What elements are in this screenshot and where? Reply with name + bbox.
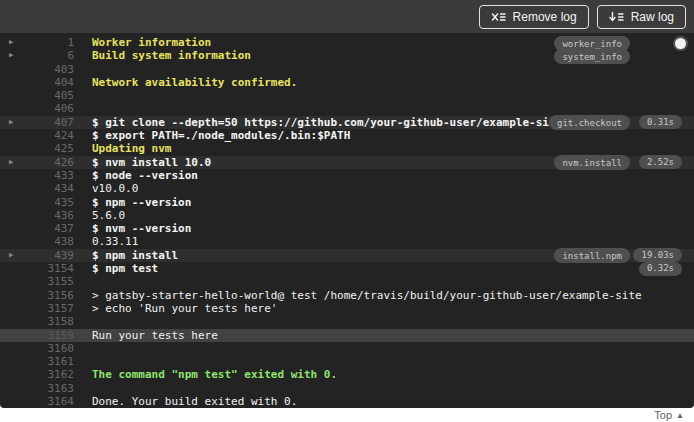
line-number[interactable]: 3157	[22, 302, 74, 315]
log-row: 435$ npm --version	[0, 196, 694, 209]
log-line-text	[92, 89, 694, 102]
fold-toggle-icon[interactable]: ▶	[0, 249, 22, 262]
log-line-text: Run your tests here	[92, 329, 694, 342]
log-row: 3156> gatsby-starter-hello-world@ test /…	[0, 289, 694, 302]
line-number[interactable]: 3154	[22, 262, 74, 275]
line-number[interactable]: 3160	[22, 342, 74, 355]
log-row: 437$ nvm --version	[0, 222, 694, 235]
line-number[interactable]: 3156	[22, 289, 74, 302]
line-number[interactable]: 3161	[22, 355, 74, 368]
log-row: 3160	[0, 342, 694, 355]
line-number[interactable]: 3155	[22, 275, 74, 288]
log-line-text: $ git clone --depth=50 https://github.co…	[92, 116, 549, 129]
line-number[interactable]: 437	[22, 222, 74, 235]
raw-log-button[interactable]: Raw log	[597, 5, 686, 29]
log-line-text: v10.0.0	[92, 182, 694, 195]
line-number[interactable]: 425	[22, 142, 74, 155]
log-line-text	[92, 315, 694, 328]
line-number[interactable]: 438	[22, 235, 74, 248]
fold-name-badge: system_info	[554, 49, 630, 64]
log-row: 3162The command "npm test" exited with 0…	[0, 368, 694, 381]
log-line-text: > gatsby-starter-hello-world@ test /home…	[92, 289, 694, 302]
line-number[interactable]: 407	[22, 116, 74, 129]
build-log-viewer: Remove log Raw log ▶1Worker informationw…	[0, 0, 694, 422]
log-row: 3157> echo 'Run your tests here'	[0, 302, 694, 315]
top-link[interactable]: Top ▲	[654, 409, 684, 421]
line-number[interactable]: 436	[22, 209, 74, 222]
log-line-text	[92, 342, 694, 355]
remove-log-label: Remove log	[513, 11, 577, 23]
log-line-text: Worker information	[92, 36, 554, 49]
fold-name-badge: git.checkout	[549, 115, 630, 130]
log-row: 3155	[0, 275, 694, 288]
log-row: 433$ node --version	[0, 169, 694, 182]
line-number[interactable]: 3163	[22, 382, 74, 395]
log-row: 424$ export PATH=./node_modules/.bin:$PA…	[0, 129, 694, 142]
log-row: ▶439$ npm installinstall.npm19.03s	[0, 249, 694, 262]
log-row: ▶1Worker informationworker_info	[0, 36, 694, 49]
log-line-text	[92, 355, 694, 368]
log-line-text: > echo 'Run your tests here'	[92, 302, 694, 315]
log-line-text: Done. Your build exited with 0.	[92, 395, 694, 408]
log-row: 4380.33.11	[0, 235, 694, 248]
log-row: 403	[0, 63, 694, 76]
line-number[interactable]: 435	[22, 196, 74, 209]
line-number[interactable]: 426	[22, 156, 74, 169]
duration-badge: 0.32s	[639, 262, 682, 276]
line-number[interactable]: 406	[22, 102, 74, 115]
log-line-text: $ export PATH=./node_modules/.bin:$PATH	[92, 129, 694, 142]
fold-toggle-icon[interactable]: ▶	[0, 156, 22, 169]
log-line-text: $ node --version	[92, 169, 694, 182]
log-line-text: $ npm --version	[92, 196, 694, 209]
log-row: 3163	[0, 382, 694, 395]
duration-badge: 2.52s	[639, 155, 682, 169]
log-row: ▶407$ git clone --depth=50 https://githu…	[0, 116, 694, 129]
log-line-text: Network availability confirmed.	[92, 76, 694, 89]
log-row: 4365.6.0	[0, 209, 694, 222]
fold-toggle-icon[interactable]: ▶	[0, 49, 22, 62]
log-row: 3164Done. Your build exited with 0.	[0, 395, 694, 408]
line-number[interactable]: 434	[22, 182, 74, 195]
line-number[interactable]: 405	[22, 89, 74, 102]
raw-log-label: Raw log	[631, 11, 674, 23]
log-row: ▶6Build system informationsystem_info	[0, 49, 694, 62]
fold-toggle-icon[interactable]: ▶	[0, 36, 22, 49]
log-line-text: Build system information	[92, 49, 554, 62]
duration-badge: 19.03s	[633, 248, 682, 262]
fold-toggle-icon[interactable]: ▶	[0, 116, 22, 129]
log-line-text: $ npm test	[92, 262, 638, 275]
log-row: 3161	[0, 355, 694, 368]
fold-name-badge: install.npm	[554, 248, 630, 263]
log-row: 3158	[0, 315, 694, 328]
log-row: 3154$ npm test0.32s	[0, 262, 694, 275]
line-number[interactable]: 3159	[22, 329, 74, 342]
log-row: ▶426$ nvm install 10.0nvm.install2.52s	[0, 156, 694, 169]
log-line-text: 5.6.0	[92, 209, 694, 222]
line-number[interactable]: 439	[22, 249, 74, 262]
line-number[interactable]: 6	[22, 49, 74, 62]
log-row: 405	[0, 89, 694, 102]
log-row: 425Updating nvm	[0, 142, 694, 155]
caret-up-icon: ▲	[676, 411, 684, 420]
remove-log-button[interactable]: Remove log	[479, 5, 589, 29]
log-line-text: Updating nvm	[92, 142, 694, 155]
line-number[interactable]: 404	[22, 76, 74, 89]
log-row: 3159Run your tests here	[0, 329, 694, 342]
log-row: 404Network availability confirmed.	[0, 76, 694, 89]
scrollbar-thumb[interactable]	[675, 38, 686, 49]
log-footer: Top ▲	[0, 408, 694, 422]
line-number[interactable]: 1	[22, 36, 74, 49]
line-number[interactable]: 3158	[22, 315, 74, 328]
line-number[interactable]: 433	[22, 169, 74, 182]
log-line-text	[92, 63, 694, 76]
fold-name-badge: nvm.install	[554, 155, 630, 170]
line-number[interactable]: 3162	[22, 368, 74, 381]
line-number[interactable]: 3164	[22, 395, 74, 408]
log-line-text: $ npm install	[92, 249, 554, 262]
line-number[interactable]: 403	[22, 63, 74, 76]
line-number[interactable]: 424	[22, 129, 74, 142]
build-log: ▶1Worker informationworker_info▶6Build s…	[0, 33, 694, 408]
log-row: 434v10.0.0	[0, 182, 694, 195]
log-line-text: $ nvm install 10.0	[92, 156, 554, 169]
log-line-text	[92, 102, 694, 115]
